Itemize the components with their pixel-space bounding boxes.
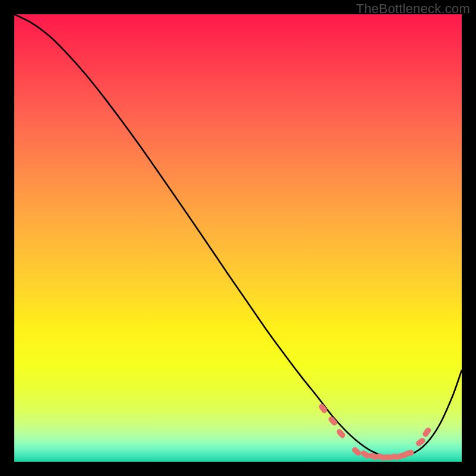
gradient-background	[14, 14, 462, 462]
bottleneck-chart-svg	[14, 14, 462, 462]
plot-area	[14, 14, 462, 462]
chart-frame: TheBottleneck.com	[0, 0, 476, 476]
